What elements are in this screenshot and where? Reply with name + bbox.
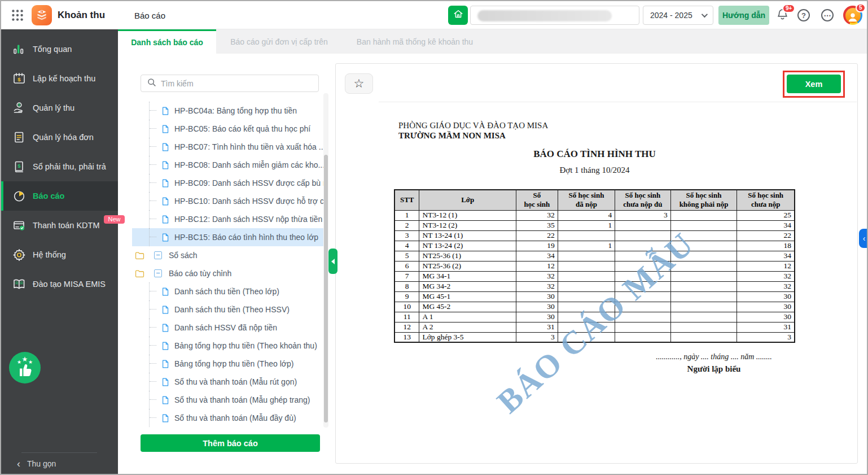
app-logo-icon[interactable]: $ (32, 5, 52, 25)
report-table-cell: 3 (737, 332, 795, 342)
report-table-cell: A 2 (419, 322, 516, 332)
chevron-left-icon: ‹ (17, 459, 20, 469)
report-table-cell (615, 322, 671, 332)
report-table-cell: NT25-36 (1) (419, 251, 516, 261)
report-tree-item[interactable]: HP-BC07: Tình hình thu tiền và xuất hóa … (132, 138, 323, 156)
sidebar-item-quan-ly-thu[interactable]: $Quản lý thu (1, 93, 118, 123)
file-icon (161, 413, 170, 423)
more-button[interactable]: ⋯ (819, 7, 835, 23)
report-tree-item[interactable]: Sổ thu và thanh toán (Mẫu đầy đủ) (132, 409, 323, 427)
avatar[interactable]: 5 (843, 6, 862, 25)
collapse-minus-icon[interactable]: − (154, 251, 162, 259)
report-tree-item[interactable]: HP-BC10: Danh sách HSSV được hỗ trợ chi.… (132, 192, 323, 210)
report-table-cell: 30 (516, 291, 558, 302)
pie-chart-icon (11, 189, 27, 203)
chevron-down-icon (702, 11, 708, 18)
report-table-cell (670, 210, 737, 220)
report-table-cell: MG 34-1 (419, 271, 516, 281)
panel-collapse-handle[interactable] (328, 249, 337, 274)
reward-thumbs-up-icon[interactable]: ★★★ (9, 352, 41, 384)
search-input[interactable] (161, 79, 313, 88)
report-table-cell: 32 (516, 281, 558, 291)
report-tree-item[interactable]: Danh sách thu tiền (Theo lớp) (132, 282, 323, 300)
help-center-button[interactable]: ? (796, 7, 812, 23)
tab-danh-sach-bao-cao[interactable]: Danh sách báo cáo (118, 29, 216, 54)
tree-connector (149, 192, 158, 210)
hand-coin-icon: $ (11, 101, 27, 115)
star-icon: ☆ (354, 77, 365, 90)
collapse-minus-icon[interactable]: − (154, 269, 162, 277)
tree-scrollbar[interactable] (323, 93, 328, 428)
svg-text:$: $ (18, 103, 20, 107)
report-table-cell: 30 (737, 302, 795, 312)
svg-text:★: ★ (22, 355, 28, 363)
report-tree-item[interactable]: HP-BC05: Báo cáo kết quả thu học phí (132, 120, 323, 138)
report-table-cell: 12 (516, 261, 558, 271)
app-grid-icon[interactable] (10, 8, 25, 23)
svg-text:★: ★ (28, 359, 33, 365)
report-table-header: Số học sinh không phải nộp (670, 190, 737, 210)
notifications-button[interactable]: 9+ (774, 7, 790, 23)
org-search-input[interactable] (470, 6, 639, 25)
report-table-cell: 32 (516, 210, 558, 220)
tabbar: Danh sách báo cáo Báo cáo gửi đơn vị cấp… (118, 29, 868, 54)
home-button[interactable] (448, 6, 468, 25)
report-tree-item[interactable]: HP-BC09: Danh sách HSSV được cấp bù miễ (132, 174, 323, 192)
tree-connector (149, 282, 158, 300)
nav-item-bao-cao[interactable]: Báo cáo (134, 1, 165, 29)
sidebar-item-lap-ke-hoach-thu[interactable]: $Lập kế hoạch thu (1, 64, 118, 93)
topbar: $ Khoản thu Báo cáo 2024 - 2025 Hướng dẫ… (1, 1, 867, 29)
tree-item-label: HP-BC08: Danh sách miễn giảm các kho... (174, 160, 323, 169)
report-tree-item[interactable]: Bảng tổng hợp thu tiền (Theo khoản thu) (132, 337, 323, 355)
report-table-row: 3NT 13-24 (1)2222 (394, 230, 795, 241)
year-select[interactable]: 2024 - 2025 (643, 6, 713, 25)
favorite-button[interactable]: ☆ (345, 73, 373, 94)
right-edge-collapse-handle[interactable]: ‹ (859, 229, 868, 248)
tree-item-label: Bảng tổng hợp thu tiền (Theo lớp) (174, 359, 293, 368)
report-folder-item[interactable]: −Sổ sách (132, 246, 323, 264)
help-button[interactable]: Hướng dẫn (718, 6, 769, 25)
report-title: BÁO CÁO TÌNH HÌNH THU (394, 149, 795, 160)
sidebar-item-tong-quan[interactable]: Tổng quan (1, 34, 118, 64)
file-icon (161, 395, 170, 405)
report-table-cell (670, 230, 737, 241)
report-table-cell (558, 332, 615, 342)
app-title: Khoản thu (58, 1, 105, 29)
report-tree-item[interactable]: HP-BC15: Báo cáo tình hình thu theo lớp (132, 228, 323, 246)
report-tree-item[interactable]: Danh sách thu tiền (Theo HSSV) (132, 300, 323, 319)
report-tree-item[interactable]: HP-BC08: Danh sách miễn giảm các kho... (132, 156, 323, 174)
tab-bao-cao-gui-don-vi-cap-tren[interactable]: Báo cáo gửi đơn vị cấp trên (216, 29, 342, 54)
tree-item-label: HP-BC10: Danh sách HSSV được hỗ trợ chi.… (174, 197, 323, 206)
sidebar-item-thanh-toan-kdtm[interactable]: Thanh toán KDTMNew (1, 211, 118, 240)
view-report-button[interactable]: Xem (787, 75, 841, 93)
svg-text:$: $ (17, 163, 21, 169)
file-icon (161, 106, 170, 116)
sidebar-item-bao-cao[interactable]: Báo cáo (1, 181, 118, 211)
tree-connector (149, 120, 158, 138)
add-report-button[interactable]: Thêm báo cáo (141, 434, 320, 452)
tree-item-label: HP-BC07: Tình hình thu tiền và xuất hóa … (174, 142, 323, 151)
report-tree-item[interactable]: Sổ thu và thanh toán (Mẫu rút gọn) (132, 373, 323, 391)
sidebar-item-so-phai-thu-phai-tra[interactable]: $Sổ phải thu, phải trả (1, 152, 118, 181)
report-table-cell: 34 (516, 251, 558, 261)
report-table-cell: 30 (737, 312, 795, 322)
report-table-cell: 2 (394, 220, 419, 230)
report-table-cell (615, 271, 671, 281)
report-tree-item[interactable]: Bảng tổng hợp thu tiền (Theo lớp) (132, 355, 323, 373)
sidebar-item-dao-tao-misa-emis[interactable]: Đào tạo MISA EMIS (1, 269, 118, 299)
report-folder-item[interactable]: −Báo cáo tùy chỉnh (132, 264, 323, 282)
sidebar-item-he-thong[interactable]: Hệ thống (1, 240, 118, 269)
tab-ban-hanh-ma-thong-ke[interactable]: Ban hành mã thống kê khoản thu (342, 29, 488, 54)
sidebar-collapse-button[interactable]: ‹ Thu gọn (17, 456, 56, 472)
report-tree-item[interactable]: Sổ thu và thanh toán (Mẫu ghép trang) (132, 391, 323, 409)
report-table-row: 2NT3-12 (2)35134 (394, 220, 795, 230)
report-table-cell: NT3-12 (2) (419, 220, 516, 230)
report-tree-item[interactable]: Danh sách HSSV đã nộp tiền (132, 319, 323, 337)
report-table-cell (558, 322, 615, 332)
sidebar-item-quan-ly-hoa-don[interactable]: Quản lý hóa đơn (1, 123, 118, 152)
report-tree-item[interactable]: HP-BC04a: Bảng tổng hợp thu tiền (132, 102, 323, 120)
report-table-cell (615, 241, 671, 251)
report-table-cell: 31 (737, 322, 795, 332)
tree-scrollbar-thumb[interactable] (324, 155, 328, 422)
report-tree-item[interactable]: HP-BC12: Danh sách HSSV nộp thừa tiền (132, 210, 323, 228)
